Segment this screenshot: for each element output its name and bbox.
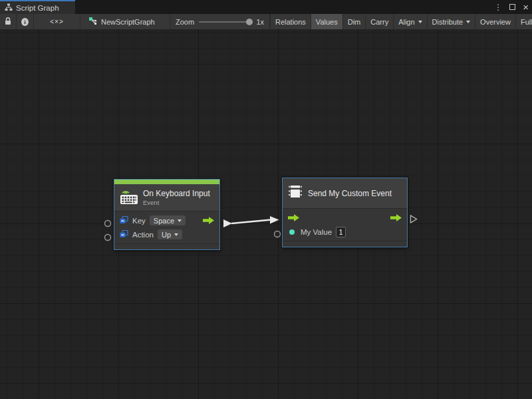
control-output-arrow[interactable] <box>390 214 402 221</box>
port-label-action: Action <box>132 231 154 239</box>
zoom-label: Zoom <box>176 18 194 26</box>
node-body: Key Space <box>114 211 219 242</box>
lock-icon <box>4 17 12 27</box>
dim-button[interactable]: Dim <box>343 14 366 29</box>
node-header: On Keyboard Input Event <box>114 184 219 211</box>
tab-script-graph[interactable]: Script Graph <box>0 0 75 14</box>
tab-label: Script Graph <box>16 4 59 12</box>
node-header-text: On Keyboard Input Event <box>143 189 210 206</box>
graph-toolbar: i <×> NewScriptGraph Zoom 1x Relations V… <box>0 14 532 29</box>
toolbar-toggle-group: Relations Values Dim Carry Align Distrib… <box>270 14 532 29</box>
info-icon: i <box>21 18 29 26</box>
node-subtitle: Event <box>143 199 210 206</box>
node-row-action: Action Up <box>114 227 219 241</box>
info-button[interactable]: i <box>17 14 34 29</box>
zoom-control: Zoom 1x <box>170 14 270 29</box>
node-row-myvalue: My Value 1 <box>283 225 407 239</box>
maximize-icon[interactable] <box>509 4 515 10</box>
node-row-key: Key Space <box>114 213 219 227</box>
code-toggle-label: <×> <box>50 18 64 25</box>
align-dropdown-button[interactable]: Align <box>394 14 427 29</box>
lock-button[interactable] <box>0 14 17 29</box>
control-wire[interactable] <box>231 220 271 224</box>
variable-type-icon <box>120 216 128 225</box>
control-input-arrow[interactable] <box>288 214 299 221</box>
graph-canvas[interactable]: On Keyboard Input Event Key Space <box>0 29 532 399</box>
node-on-keyboard-input[interactable]: On Keyboard Input Event Key Space <box>114 179 220 250</box>
value-input-port-action[interactable] <box>105 235 111 241</box>
close-icon[interactable]: × <box>523 2 529 12</box>
port-label-myvalue: My Value <box>301 228 332 236</box>
carry-button[interactable]: Carry <box>366 14 394 29</box>
overview-button[interactable]: Overview <box>475 14 516 29</box>
value-input-port-key[interactable] <box>105 221 111 227</box>
chevron-down-icon <box>178 219 182 222</box>
window-controls: ⋮ × <box>494 0 529 14</box>
custom-event-icon <box>288 184 303 203</box>
graph-breadcrumb[interactable]: NewScriptGraph <box>80 14 170 29</box>
variable-type-icon <box>120 230 128 239</box>
window-menu-icon[interactable]: ⋮ <box>494 3 502 11</box>
connections-overlay <box>0 29 532 399</box>
key-dropdown[interactable]: Space <box>150 215 186 225</box>
event-accent-bar <box>114 180 219 184</box>
port-label-key: Key <box>132 217 146 225</box>
keyboard-icon <box>120 188 138 207</box>
node-footer <box>114 243 219 249</box>
control-output-arrow[interactable] <box>203 217 214 224</box>
control-output-port-empty[interactable] <box>411 215 417 223</box>
sitemap-icon <box>5 3 13 13</box>
node-row-control <box>283 211 407 225</box>
control-wire-arrowhead <box>270 216 279 224</box>
node-footer <box>283 241 407 247</box>
zoom-value: 1x <box>256 18 264 26</box>
code-preview-button[interactable]: <×> <box>34 14 80 29</box>
node-send-my-custom-event[interactable]: Send My Custom Event My Value 1 <box>282 178 408 247</box>
relations-button[interactable]: Relations <box>271 14 311 29</box>
fullscreen-button[interactable]: Full Screen <box>516 14 532 29</box>
graph-name-label: NewScriptGraph <box>101 18 155 26</box>
value-port-dot-icon <box>289 229 295 235</box>
node-title: Send My Custom Event <box>308 189 392 198</box>
chevron-down-icon <box>174 233 178 236</box>
node-body: My Value 1 <box>283 209 407 239</box>
action-dropdown[interactable]: Up <box>158 229 182 239</box>
myvalue-input[interactable]: 1 <box>336 227 346 237</box>
zoom-slider[interactable] <box>199 21 251 23</box>
value-input-port-myvalue[interactable] <box>275 231 281 237</box>
distribute-dropdown-button[interactable]: Distribute <box>428 14 475 29</box>
zoom-slider-handle[interactable] <box>246 19 253 25</box>
node-header: Send My Custom Event <box>283 178 407 209</box>
control-output-port-connected[interactable] <box>223 219 232 227</box>
graph-icon <box>88 17 97 27</box>
chevron-down-icon <box>466 21 470 23</box>
chevron-down-icon <box>418 21 422 23</box>
tab-bar: Script Graph ⋮ × <box>0 0 532 14</box>
node-title: On Keyboard Input <box>143 189 210 198</box>
values-button[interactable]: Values <box>311 14 343 29</box>
